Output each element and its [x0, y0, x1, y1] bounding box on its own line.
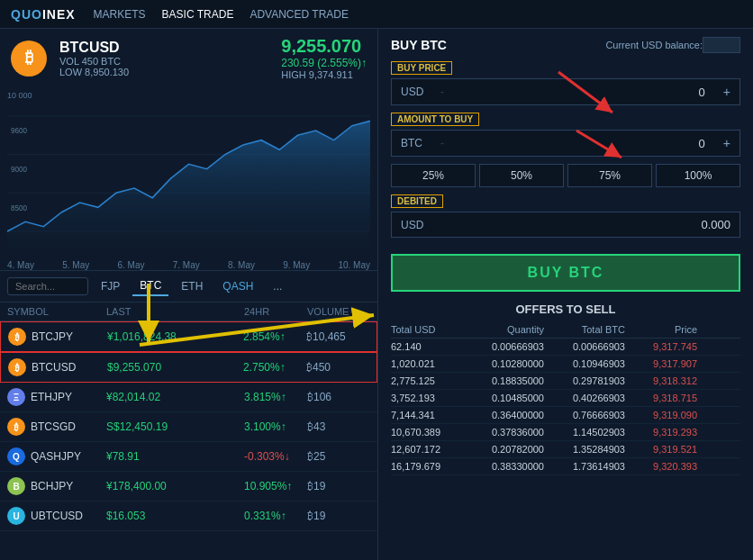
symbol-cell: U UBTCUSD: [7, 507, 106, 525]
tab-eth[interactable]: ETH: [174, 277, 210, 295]
chart-svg: 9600 9000 8500: [7, 87, 370, 260]
last-price: ¥82,014.02: [106, 391, 244, 403]
volume: ₿19: [307, 510, 370, 522]
buy-price-input[interactable]: [448, 80, 714, 104]
offer-row[interactable]: 7,144.341 0.36400000 0.76666903 9,319.09…: [391, 407, 740, 424]
symbol-cell: ₿ BTCSGD: [7, 418, 106, 436]
offer-total-btc: 0.76666903: [544, 410, 625, 420]
search-input[interactable]: [7, 277, 88, 295]
svg-text:9600: 9600: [11, 126, 27, 135]
offer-total-btc: 1.35284903: [544, 444, 625, 455]
offer-row[interactable]: 3,752.193 0.10485000 0.40266903 9,318.71…: [391, 390, 740, 407]
nav-basic-trade[interactable]: BASIC TRADE: [162, 8, 234, 21]
volume: ₿450: [306, 361, 369, 374]
offer-total-usd: 10,670.389: [391, 427, 463, 438]
offer-row[interactable]: 2,775.125 0.18835000 0.29781903 9,318.31…: [391, 373, 740, 390]
last-price: ¥1,016,824.38: [107, 330, 243, 343]
col-24hr: 24HR: [244, 306, 307, 317]
table-row[interactable]: Q QASHJPY ¥78.91 -0.303%↓ ₿25: [0, 442, 377, 472]
col-last: LAST: [106, 306, 244, 317]
btc-low: LOW 8,950.130: [59, 67, 268, 77]
debited-value: 0.000: [446, 218, 730, 231]
offer-row[interactable]: 1,020.021 0.10280000 0.10946903 9,317.90…: [391, 356, 740, 373]
buy-price-plus[interactable]: +: [714, 79, 739, 104]
logo: QUOINEX: [11, 7, 76, 22]
offer-total-btc: 0.40266903: [544, 393, 625, 403]
offer-row[interactable]: 62.140 0.00666903 0.00666903 9,317.745: [391, 339, 740, 356]
panel-header: BUY BTC Current USD balance:: [391, 38, 740, 52]
offer-total-btc: 0.29781903: [544, 375, 625, 386]
offer-total-btc: 1.14502903: [544, 427, 625, 438]
symbol-table: SYMBOL LAST 24HR VOLUME ₿ BTCJPY ¥1,016,…: [0, 303, 377, 560]
svg-text:9000: 9000: [11, 165, 27, 174]
table-row[interactable]: B BCHJPY ¥178,400.00 10.905%↑ ₿19: [0, 472, 377, 501]
change-pct: 3.815%↑: [244, 391, 307, 403]
debited-currency: USD: [401, 219, 446, 231]
btc-coin-icon: ₿: [8, 328, 26, 346]
nav-advanced-trade[interactable]: ADVANCED TRADE: [249, 8, 349, 21]
symbol-name: BTCJPY: [32, 330, 73, 343]
percent-row: 25% 50% 75% 100%: [391, 164, 740, 187]
table-row[interactable]: ₿ BTCSGD S$12,450.19 3.100%↑ ₿43: [0, 412, 377, 442]
last-price: ¥78.91: [106, 450, 244, 463]
offer-row[interactable]: 16,179.679 0.38330000 1.73614903 9,320.3…: [391, 458, 740, 475]
col-symbol: SYMBOL: [7, 306, 106, 317]
change-pct: 3.100%↑: [244, 420, 307, 433]
offer-total-usd: 3,752.193: [391, 393, 463, 403]
tab-qash[interactable]: QASH: [215, 277, 260, 295]
table-row[interactable]: ₿ BTCUSD $9,255.070 2.750%↑ ₿450: [0, 352, 377, 383]
amount-row: AMOUNT TO BUY BTC - +: [391, 113, 740, 157]
change-pct: 10.905%↑: [244, 480, 307, 492]
ubt-coin-icon: U: [7, 507, 25, 525]
tab-more[interactable]: ...: [266, 277, 289, 295]
table-row[interactable]: ₿ BTCJPY ¥1,016,824.38 2.854%↑ ₿10,465: [0, 321, 377, 352]
offer-total-usd: 16,179.679: [391, 461, 463, 472]
main-container: ₿ BTCUSD VOL 450 BTC LOW 8,950.130 9,255…: [0, 29, 753, 560]
btc-volume: VOL 450 BTC: [59, 56, 268, 67]
debited-label: DEBITED: [391, 194, 443, 208]
buy-price-row: BUY PRICE USD - +: [391, 61, 740, 105]
col-volume: VOLUME: [307, 306, 370, 317]
volume: ₿106: [307, 391, 370, 403]
offer-total-btc: 0.10946903: [544, 358, 625, 369]
last-price: S$12,450.19: [106, 420, 244, 433]
pct-75[interactable]: 75%: [567, 164, 652, 187]
btc-icon: ₿: [11, 41, 47, 77]
offers-header: Total USD Quantity Total BTC Price: [391, 321, 740, 339]
debited-row: DEBITED USD 0.000: [391, 194, 740, 247]
offer-price: 9,318.312: [625, 375, 697, 386]
amount-plus[interactable]: +: [714, 131, 739, 156]
offer-total-usd: 7,144.341: [391, 410, 463, 420]
nav-markets[interactable]: MARKETS: [94, 8, 146, 21]
pct-100[interactable]: 100%: [656, 164, 740, 187]
offer-row[interactable]: 10,670.389 0.37836000 1.14502903 9,319.2…: [391, 424, 740, 441]
btc-change: 230.59 (2.555%)↑: [281, 57, 367, 69]
symbol-cell: Ξ ETHJPY: [7, 388, 106, 406]
offer-total-usd: 62.140: [391, 341, 463, 352]
offer-quantity: 0.10485000: [463, 393, 544, 403]
table-row[interactable]: U UBTCUSD $16.053 0.331%↑ ₿19: [0, 501, 377, 531]
debited-input-row: USD 0.000: [391, 212, 740, 238]
amount-input[interactable]: [448, 131, 714, 156]
change-pct: -0.303%↓: [244, 450, 307, 463]
btc-coin-icon: ₿: [8, 358, 26, 376]
buy-button[interactable]: BUY BTC: [391, 254, 740, 292]
offer-row[interactable]: 12,607.172 0.20782000 1.35284903 9,319.5…: [391, 441, 740, 458]
offer-quantity: 0.36400000: [463, 410, 544, 420]
offers-title: OFFERS TO SELL: [391, 303, 740, 316]
btc-price-info: 9,255.070 230.59 (2.555%)↑ HIGH 9,374.91…: [281, 36, 367, 80]
change-pct: 0.331%↑: [244, 510, 307, 522]
symbol-cell: ₿ BTCJPY: [8, 328, 107, 346]
btc-coin-icon: ₿: [7, 418, 25, 436]
tab-btc[interactable]: BTC: [132, 276, 168, 296]
pct-50[interactable]: 50%: [479, 164, 564, 187]
table-row[interactable]: Ξ ETHJPY ¥82,014.02 3.815%↑ ₿106: [0, 383, 377, 412]
symbol-cell: Q QASHJPY: [7, 447, 106, 465]
offers-col-quantity: Quantity: [463, 324, 544, 335]
qash-coin-icon: Q: [7, 447, 25, 465]
btc-symbol: BTCUSD: [59, 40, 268, 56]
pct-25[interactable]: 25%: [391, 164, 476, 187]
chart-header: ₿ BTCUSD VOL 450 BTC LOW 8,950.130 9,255…: [0, 29, 377, 84]
amount-input-row: BTC - +: [391, 130, 740, 157]
tab-fjp[interactable]: FJP: [94, 277, 127, 295]
